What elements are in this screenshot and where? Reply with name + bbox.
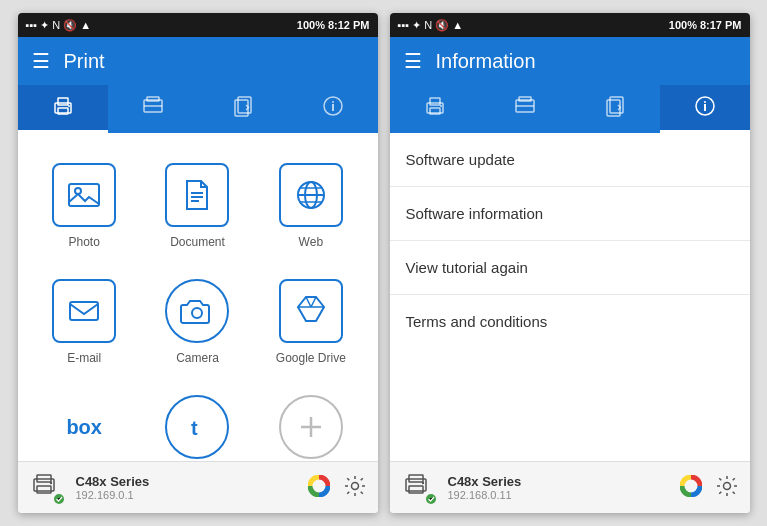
print-grid: Photo Document (18, 133, 378, 461)
color-wheel-icon[interactable] (308, 475, 330, 501)
printer-tab-icon-2 (422, 93, 448, 125)
camera-label: Camera (176, 351, 219, 365)
grid-item-email[interactable]: E-mail (28, 269, 141, 375)
svg-point-23 (192, 308, 202, 318)
web-label: Web (299, 235, 323, 249)
tab-bar-1 (18, 85, 378, 133)
mute-icon-2: 🔇 (435, 19, 449, 32)
wifi-icon: ▲ (80, 19, 91, 31)
list-item-software-info[interactable]: Software information (390, 187, 750, 241)
grid-item-tumblr[interactable]: t Tumblr (141, 385, 254, 461)
bluetooth-icon: ✦ (40, 19, 49, 32)
copy-tab-icon (230, 93, 256, 125)
email-label: E-mail (67, 351, 101, 365)
status-icons-left-2: ▪▪▪ ✦ N 🔇 ▲ (398, 19, 464, 32)
svg-rect-22 (70, 302, 98, 320)
tab-info-2[interactable] (660, 85, 750, 133)
svg-rect-1 (58, 98, 68, 105)
footer-bar-2: C48x Series 192.168.0.11 (390, 461, 750, 513)
status-icons-left: ▪▪▪ ✦ N 🔇 ▲ (26, 19, 92, 32)
footer-printer-info-1: C48x Series 192.169.0.1 (76, 474, 298, 501)
top-bar-1: ☰ Print (18, 37, 378, 85)
list-item-software-update[interactable]: Software update (390, 133, 750, 187)
grid-item-box[interactable]: box Box (28, 385, 141, 461)
phone-print: ▪▪▪ ✦ N 🔇 ▲ 100% 8:12 PM ☰ Print (18, 13, 378, 513)
svg-point-36 (440, 105, 442, 107)
drive-label: Google Drive (276, 351, 346, 365)
footer-actions-2 (680, 475, 738, 501)
tab-bar-2 (390, 85, 750, 133)
photo-label: Photo (68, 235, 99, 249)
info-tab-icon-2 (692, 93, 718, 125)
mute-icon: 🔇 (63, 19, 77, 32)
svg-rect-39 (519, 97, 531, 101)
time-display: 8:12 PM (328, 19, 370, 31)
grid-item-photo[interactable]: Photo (28, 153, 141, 259)
tab-scan-2[interactable] (480, 85, 570, 133)
svg-rect-29 (37, 486, 51, 493)
list-item-view-tutorial[interactable]: View tutorial again (390, 241, 750, 295)
tab-copy-2[interactable] (570, 85, 660, 133)
bluetooth-icon-2: ✦ (412, 19, 421, 32)
svg-point-11 (332, 101, 334, 103)
tumblr-icon-wrap: t (165, 395, 229, 459)
camera-icon-wrap (165, 279, 229, 343)
page-title-1: Print (64, 50, 364, 73)
tab-scan-1[interactable] (108, 85, 198, 133)
footer-actions-1 (308, 475, 366, 501)
time-display-2: 8:17 PM (700, 19, 742, 31)
tab-printer-1[interactable] (18, 85, 108, 133)
printer-tab-icon (50, 93, 76, 125)
color-wheel-icon-2[interactable] (680, 475, 702, 501)
scan-tab-icon (140, 93, 166, 125)
grid-item-camera[interactable]: Camera (141, 269, 254, 375)
printer-status-badge-2 (424, 492, 438, 506)
grid-item-web[interactable]: Web (254, 153, 367, 259)
status-right-2: 100% 8:17 PM (669, 19, 742, 31)
information-list: Software update Software information Vie… (390, 133, 750, 348)
footer-printer-info-2: C48x Series 192.168.0.11 (448, 474, 670, 501)
list-item-terms[interactable]: Terms and conditions (390, 295, 750, 348)
svg-rect-12 (69, 184, 99, 206)
nfc-icon: N (52, 19, 60, 31)
add-icon-wrap (279, 395, 343, 459)
email-icon-wrap (52, 279, 116, 343)
page-title-2: Information (436, 50, 736, 73)
tab-printer-2[interactable] (390, 85, 480, 133)
battery-text: 100% (297, 19, 325, 31)
svg-rect-6 (147, 97, 159, 101)
footer-printer-name-2: C48x Series (448, 474, 670, 489)
nfc-icon-2: N (424, 19, 432, 31)
status-bar-1: ▪▪▪ ✦ N 🔇 ▲ 100% 8:12 PM (18, 13, 378, 37)
footer-printer-ip-2: 192.168.0.11 (448, 489, 670, 501)
settings-icon[interactable] (344, 475, 366, 501)
hamburger-icon-2[interactable]: ☰ (404, 49, 422, 73)
document-label: Document (170, 235, 225, 249)
hamburger-icon[interactable]: ☰ (32, 49, 50, 73)
svg-point-32 (351, 482, 358, 489)
info-tab-icon (320, 93, 346, 125)
print-content: Photo Document (18, 133, 378, 461)
svg-point-30 (49, 481, 51, 483)
box-brand-text: box (66, 416, 102, 439)
web-icon-wrap (279, 163, 343, 227)
grid-item-document[interactable]: Document (141, 153, 254, 259)
svg-point-48 (421, 481, 423, 483)
tab-copy-1[interactable] (198, 85, 288, 133)
battery-text-2: 100% (669, 19, 697, 31)
grid-item-drive[interactable]: Google Drive (254, 269, 367, 375)
wifi-icon-2: ▲ (452, 19, 463, 31)
signal-icon: ▪▪▪ (26, 19, 38, 31)
tab-info-1[interactable] (288, 85, 378, 133)
svg-rect-47 (409, 486, 423, 493)
settings-icon-2[interactable] (716, 475, 738, 501)
status-bar-2: ▪▪▪ ✦ N 🔇 ▲ 100% 8:17 PM (390, 13, 750, 37)
footer-printer-icon-2 (402, 470, 438, 506)
scan-tab-icon-2 (512, 93, 538, 125)
information-content: Software update Software information Vie… (390, 133, 750, 461)
document-icon-wrap (165, 163, 229, 227)
signal-icon-2: ▪▪▪ (398, 19, 410, 31)
svg-text:t: t (191, 417, 198, 439)
grid-item-add[interactable] (254, 385, 367, 461)
svg-point-3 (68, 105, 70, 107)
